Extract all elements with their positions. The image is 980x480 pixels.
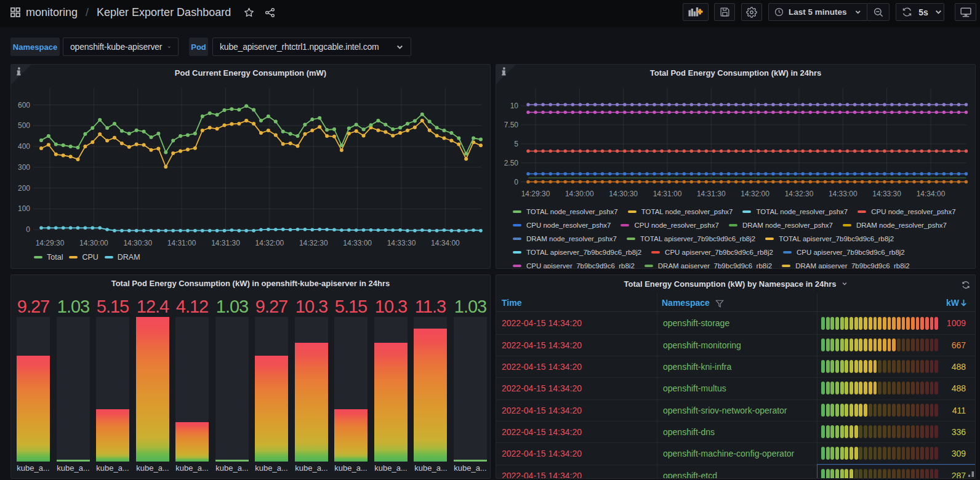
svg-text:300: 300 bbox=[18, 163, 30, 172]
svg-text:14:32:00: 14:32:00 bbox=[255, 239, 284, 247]
svg-text:500: 500 bbox=[18, 121, 30, 130]
svg-text:14:30:30: 14:30:30 bbox=[123, 239, 152, 247]
svg-text:0: 0 bbox=[514, 178, 518, 186]
svg-text:14:32:30: 14:32:30 bbox=[785, 190, 814, 198]
svg-text:14:29:30: 14:29:30 bbox=[36, 239, 65, 247]
svg-text:14:30:30: 14:30:30 bbox=[609, 190, 638, 198]
svg-text:5: 5 bbox=[514, 140, 518, 148]
svg-text:14:31:00: 14:31:00 bbox=[653, 190, 682, 198]
svg-text:14:34:00: 14:34:00 bbox=[431, 239, 460, 247]
svg-text:400: 400 bbox=[18, 142, 30, 151]
svg-text:14:31:00: 14:31:00 bbox=[167, 239, 196, 247]
svg-text:14:33:00: 14:33:00 bbox=[829, 190, 857, 198]
svg-text:14:33:30: 14:33:30 bbox=[872, 190, 901, 198]
svg-text:14:32:00: 14:32:00 bbox=[741, 190, 769, 198]
svg-text:14:33:00: 14:33:00 bbox=[343, 239, 372, 247]
svg-text:14:34:00: 14:34:00 bbox=[917, 190, 946, 198]
svg-text:14:30:00: 14:30:00 bbox=[79, 239, 108, 247]
svg-text:14:33:30: 14:33:30 bbox=[387, 239, 416, 247]
svg-text:100: 100 bbox=[18, 204, 30, 213]
svg-text:14:29:30: 14:29:30 bbox=[521, 190, 550, 198]
svg-text:0: 0 bbox=[26, 225, 30, 234]
svg-text:200: 200 bbox=[18, 184, 30, 193]
svg-text:10: 10 bbox=[510, 102, 519, 110]
svg-text:2.50: 2.50 bbox=[504, 159, 519, 167]
svg-text:7.50: 7.50 bbox=[504, 121, 519, 129]
svg-text:14:30:00: 14:30:00 bbox=[565, 190, 594, 198]
svg-text:14:32:30: 14:32:30 bbox=[299, 239, 328, 247]
svg-text:14:31:30: 14:31:30 bbox=[697, 190, 726, 198]
svg-text:14:31:30: 14:31:30 bbox=[211, 239, 240, 247]
svg-text:600: 600 bbox=[18, 101, 30, 110]
